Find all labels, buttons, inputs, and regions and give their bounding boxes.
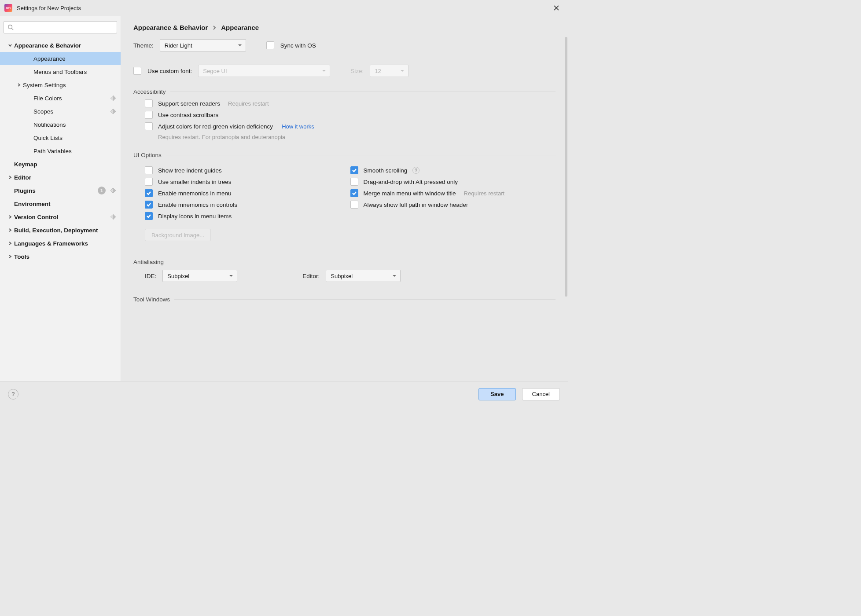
close-button[interactable] — [550, 2, 563, 14]
aa-editor-select[interactable]: Subpixel — [326, 270, 401, 282]
expander-icon — [6, 175, 14, 180]
sidebar-item-label: Scopes — [33, 108, 108, 115]
merge-main-menu-with-window-title-label: Merge main menu with window title — [364, 190, 456, 197]
save-button[interactable]: Save — [478, 388, 515, 400]
expander-icon — [6, 228, 14, 232]
use-smaller-indents-in-trees-checkbox[interactable] — [145, 178, 153, 186]
enable-mnemonics-in-controls-label: Enable mnemonics in controls — [158, 202, 237, 208]
window-title: Settings for New Projects — [17, 5, 81, 11]
aa-ide-select[interactable]: Subpixel — [162, 270, 237, 282]
app-icon — [4, 4, 12, 12]
sidebar-item-keymap[interactable]: Keymap — [0, 158, 121, 171]
expander-icon — [6, 43, 14, 48]
search-field[interactable] — [16, 24, 113, 31]
sync-with-os-label: Sync with OS — [280, 42, 316, 49]
scrollbar[interactable] — [564, 16, 568, 381]
sidebar-item-label: Plugins — [14, 187, 98, 194]
search-input[interactable] — [4, 21, 117, 33]
settings-tree[interactable]: Appearance & BehaviorAppearanceMenus and… — [0, 37, 121, 381]
color-scheme-icon — [110, 187, 116, 194]
sidebar-item-appearance-behavior[interactable]: Appearance & Behavior — [0, 39, 121, 52]
breadcrumb-leaf: Appearance — [221, 24, 259, 31]
sidebar-item-label: Notifications — [33, 121, 116, 128]
always-show-full-path-in-window-header-label: Always show full path in window header — [364, 202, 468, 208]
drag-and-drop-with-alt-pressed-only-checkbox[interactable] — [350, 178, 358, 186]
divider — [168, 262, 556, 262]
font-size-value: 12 — [375, 68, 381, 74]
sidebar-item-menus-and-toolbars[interactable]: Menus and Toolbars — [0, 65, 121, 78]
sidebar-item-label: Menus and Toolbars — [33, 69, 116, 75]
scrollbar-thumb[interactable] — [565, 37, 567, 297]
sidebar-item-label: Editor — [14, 174, 116, 181]
show-tree-indent-guides-checkbox[interactable] — [145, 166, 153, 174]
chevron-down-icon — [400, 68, 405, 74]
breadcrumb: Appearance & Behavior Appearance — [133, 24, 556, 31]
always-show-full-path-in-window-header-checkbox[interactable] — [350, 201, 358, 209]
cancel-button[interactable]: Cancel — [522, 388, 560, 400]
sidebar-item-environment[interactable]: Environment — [0, 197, 121, 210]
enable-mnemonics-in-menu-checkbox[interactable] — [145, 189, 153, 197]
sidebar-item-label: Keymap — [14, 161, 116, 168]
display-icons-in-menu-items-checkbox[interactable] — [145, 212, 153, 220]
contrast-scrollbars-checkbox[interactable] — [145, 111, 153, 119]
divider — [170, 92, 556, 92]
sidebar-item-notifications[interactable]: Notifications — [0, 118, 121, 131]
sidebar-item-languages-frameworks[interactable]: Languages & Frameworks — [0, 237, 121, 250]
sidebar-item-editor[interactable]: Editor — [0, 171, 121, 184]
color-deficiency-note: Requires restart. For protanopia and deu… — [158, 134, 285, 140]
sidebar-item-scopes[interactable]: Scopes — [0, 105, 121, 118]
use-custom-font-label: Use custom font: — [147, 68, 192, 74]
aa-ide-label: IDE: — [145, 273, 156, 279]
enable-mnemonics-in-controls-checkbox[interactable] — [145, 201, 153, 209]
sidebar-item-system-settings[interactable]: System Settings — [0, 78, 121, 92]
sidebar-item-appearance[interactable]: Appearance — [0, 52, 121, 65]
color-scheme-icon — [110, 95, 116, 101]
help-button[interactable]: ? — [8, 389, 18, 400]
expander-icon — [6, 215, 14, 219]
sidebar-item-label: System Settings — [23, 82, 116, 88]
search-icon — [7, 24, 14, 30]
color-scheme-icon — [110, 214, 116, 220]
sidebar-item-version-control[interactable]: Version Control — [0, 210, 121, 224]
sidebar-item-label: Tools — [14, 253, 116, 260]
sidebar-item-label: Path Variables — [33, 148, 116, 154]
merge-main-menu-with-window-title-checkbox[interactable] — [350, 189, 358, 197]
divider — [174, 299, 556, 300]
aa-ide-value: Subpixel — [167, 273, 189, 279]
theme-select[interactable]: Rider Light — [160, 39, 246, 51]
sidebar-item-label: File Colors — [33, 95, 108, 102]
expander-icon — [6, 254, 14, 259]
divider — [166, 155, 556, 155]
help-icon[interactable]: ? — [412, 167, 419, 174]
aa-editor-label: Editor: — [302, 273, 320, 279]
background-image-button[interactable]: Background Image... — [145, 229, 211, 241]
sidebar-item-quick-lists[interactable]: Quick Lists — [0, 131, 121, 144]
color-deficiency-checkbox[interactable] — [145, 122, 153, 130]
sidebar-item-build-execution-deployment[interactable]: Build, Execution, Deployment — [0, 224, 121, 237]
sidebar-item-file-colors[interactable]: File Colors — [0, 92, 121, 105]
smooth-scrolling-label: Smooth scrolling — [364, 167, 408, 174]
support-screen-readers-checkbox[interactable] — [145, 99, 153, 107]
badge-count: 1 — [98, 187, 106, 194]
aa-editor-value: Subpixel — [331, 273, 353, 279]
requires-restart-note: Requires restart — [464, 190, 504, 197]
requires-restart-note: Requires restart — [228, 100, 269, 107]
enable-mnemonics-in-menu-label: Enable mnemonics in menu — [158, 190, 232, 197]
section-antialiasing: Antialiasing — [133, 259, 168, 265]
sync-with-os-checkbox[interactable] — [266, 41, 274, 49]
font-name-select[interactable]: Segoe UI — [198, 65, 330, 77]
sidebar-item-label: Quick Lists — [33, 135, 116, 141]
sidebar-item-plugins[interactable]: Plugins1 — [0, 184, 121, 197]
use-smaller-indents-in-trees-label: Use smaller indents in trees — [158, 179, 232, 185]
font-size-label: Size: — [350, 68, 364, 74]
sidebar-item-tools[interactable]: Tools — [0, 250, 121, 263]
sidebar-item-label: Build, Execution, Deployment — [14, 227, 116, 234]
expander-icon — [15, 83, 23, 87]
display-icons-in-menu-items-label: Display icons in menu items — [158, 213, 232, 220]
how-it-works-link[interactable]: How it works — [282, 123, 314, 130]
svg-point-0 — [8, 25, 12, 29]
font-size-select[interactable]: 12 — [370, 65, 408, 77]
sidebar-item-path-variables[interactable]: Path Variables — [0, 144, 121, 158]
smooth-scrolling-checkbox[interactable] — [350, 166, 358, 174]
use-custom-font-checkbox[interactable] — [133, 67, 141, 75]
